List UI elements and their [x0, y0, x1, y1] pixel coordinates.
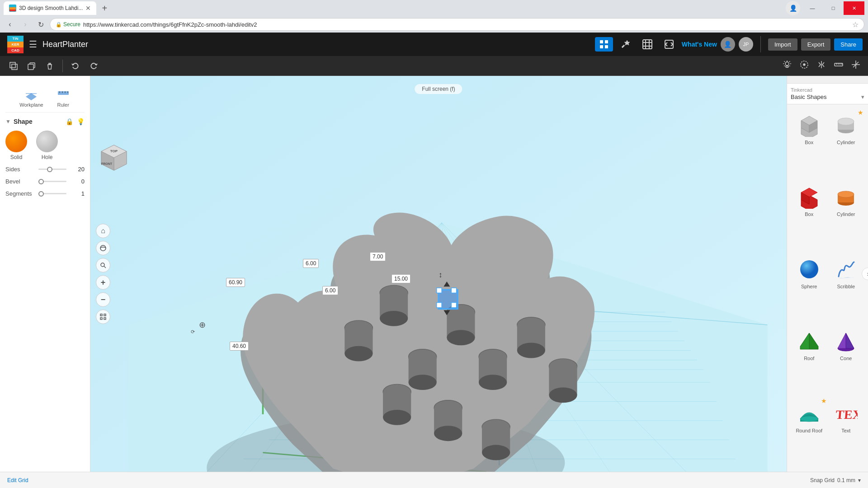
round-roof-label: Round Roof — [796, 428, 822, 433]
copy-workplane-btn[interactable] — [5, 60, 22, 72]
svg-rect-6 — [605, 45, 608, 48]
copy-btn[interactable] — [24, 60, 40, 72]
fit-btn[interactable] — [96, 310, 110, 324]
svg-point-115 — [101, 263, 104, 267]
sides-thumb — [47, 167, 52, 172]
shape-panel-collapse-btn[interactable]: ▼ — [5, 118, 11, 125]
zoom-btn[interactable] — [96, 258, 110, 272]
back-btn[interactable]: ‹ — [4, 18, 16, 31]
svg-rect-12 — [665, 40, 673, 48]
shapes-btn[interactable] — [638, 37, 656, 52]
new-tab-btn[interactable]: + — [98, 3, 111, 14]
close-btn[interactable]: ✕ — [844, 1, 864, 15]
shape-item-cylinder-orange[interactable]: Cylinder — [830, 182, 863, 250]
shape-item-cylinder-grey[interactable]: ★ Cylinder — [830, 110, 863, 178]
solid-type-btn[interactable]: Solid — [5, 131, 27, 160]
share-btn[interactable]: Share — [834, 38, 863, 51]
view-icons — [780, 58, 863, 74]
shape-lock-icon[interactable]: 🔒 — [66, 118, 73, 125]
svg-point-93 — [383, 410, 411, 425]
shape-panel-header: ▼ Shape 🔒 💡 — [5, 118, 85, 125]
tab-close-btn[interactable]: ✕ — [85, 5, 91, 12]
grid-view-btn[interactable] — [595, 37, 613, 52]
snap-grid-dropdown-btn[interactable]: ▾ — [858, 477, 861, 483]
shape-item-sphere-blue[interactable]: Sphere — [793, 254, 826, 322]
svg-rect-102 — [451, 288, 456, 293]
project-name: HeartPlanter — [42, 40, 88, 49]
edit-grid-btn[interactable]: Edit Grid — [7, 477, 28, 483]
3d-canvas: Workplane — [90, 76, 787, 472]
maximize-btn[interactable]: □ — [823, 1, 844, 15]
axis-btn[interactable] — [849, 58, 863, 74]
zoom-in-btn[interactable]: + — [96, 275, 110, 290]
segments-row: Segments 1 — [5, 190, 85, 197]
viewport[interactable]: Workplane — [90, 76, 787, 472]
code-btn[interactable] — [660, 37, 678, 52]
svg-rect-104 — [451, 303, 456, 308]
zoom-out-btn[interactable]: − — [96, 292, 110, 307]
shape-item-scribble[interactable]: Scribble — [830, 254, 863, 322]
shape-lightbulb-icon[interactable]: 💡 — [77, 118, 85, 125]
redo-btn[interactable] — [85, 60, 102, 72]
undo-btn[interactable] — [67, 60, 84, 72]
refresh-btn[interactable]: ↻ — [34, 18, 47, 31]
toolbar — [0, 56, 868, 76]
svg-point-75 — [380, 311, 408, 326]
scribble-thumb — [833, 257, 859, 282]
snap-grid-label: Snap Grid — [810, 477, 835, 483]
hole-icon — [36, 131, 58, 152]
mirror-btn[interactable] — [815, 58, 828, 74]
sides-slider[interactable] — [38, 169, 66, 170]
hole-type-btn[interactable]: Hole — [36, 131, 58, 160]
ruler-panel-btn[interactable]: Ruler — [52, 83, 75, 110]
sides-label: Sides — [5, 166, 35, 173]
home-view-btn[interactable]: ⌂ — [96, 224, 110, 238]
shape-item-box-grey[interactable]: Box — [793, 110, 826, 178]
forward-btn[interactable]: › — [19, 18, 32, 31]
tools-btn[interactable] — [617, 37, 635, 52]
shape-item-roof-green[interactable]: Roof — [793, 326, 826, 394]
orbit-btn[interactable] — [96, 241, 110, 255]
box-grey-label: Box — [805, 140, 813, 145]
scribble-label: Scribble — [837, 284, 855, 289]
svg-point-87 — [517, 343, 545, 358]
user-profile-btn[interactable]: JP — [739, 37, 753, 52]
box-grey-thumb — [797, 113, 822, 138]
profile-icon-btn[interactable]: 👤 — [786, 1, 800, 15]
category-dropdown-btn[interactable]: Basic Shapes ▾ — [791, 94, 864, 100]
address-input[interactable]: 🔒 Secure https://www.tinkercad.com/thing… — [50, 18, 864, 31]
svg-point-19 — [803, 64, 805, 66]
svg-point-78 — [409, 375, 437, 390]
bevel-slider[interactable] — [38, 181, 66, 182]
segments-slider[interactable] — [38, 193, 66, 194]
cursor-indicator: ⊕ — [199, 320, 206, 330]
ruler-btn-label: Ruler — [57, 102, 69, 108]
shape-item-cone-purple[interactable]: Cone — [830, 326, 863, 394]
tab-bar: 3D design Smooth Lahdi... ✕ + 👤 — □ ✕ — [0, 0, 868, 16]
whats-new-btn[interactable]: What's New — [682, 41, 717, 48]
light-btn[interactable] — [780, 58, 794, 74]
user-avatar[interactable]: 👤 — [721, 37, 735, 52]
bookmark-star-btn[interactable]: ☆ — [852, 20, 859, 29]
active-tab[interactable]: 3D design Smooth Lahdi... ✕ — [4, 1, 96, 15]
minimize-btn[interactable]: — — [802, 1, 823, 15]
view-cube[interactable]: TOP FRONT — [98, 141, 130, 174]
sphere-blue-thumb — [797, 257, 822, 282]
right-panel-top-btns — [787, 76, 868, 84]
align-btn[interactable] — [797, 58, 811, 74]
svg-point-84 — [479, 375, 507, 390]
workplane-panel-btn[interactable]: Workplane — [15, 83, 47, 110]
delete-btn[interactable] — [42, 60, 58, 72]
shape-item-text[interactable]: TEXT Text — [830, 398, 863, 466]
export-btn[interactable]: Export — [801, 38, 831, 51]
ruler-btn[interactable] — [832, 58, 845, 74]
cylinder-grey-label: Cylinder — [837, 140, 855, 145]
shape-item-round-roof[interactable]: ★ Round Roof — [793, 398, 826, 466]
svg-point-142 — [800, 416, 818, 422]
roof-green-label: Roof — [804, 356, 814, 361]
hamburger-menu-btn[interactable]: ☰ — [29, 39, 37, 50]
round-roof-star-badge: ★ — [821, 397, 827, 404]
solid-label: Solid — [10, 154, 23, 160]
import-btn[interactable]: Import — [768, 38, 797, 51]
shape-item-box-red[interactable]: Box — [793, 182, 826, 250]
